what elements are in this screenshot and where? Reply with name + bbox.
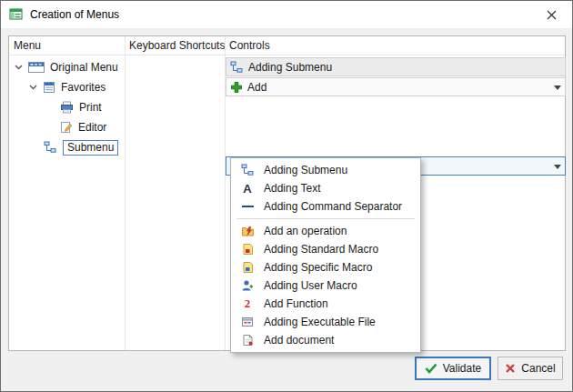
cross-icon xyxy=(505,363,516,374)
chevron-down-icon[interactable] xyxy=(29,85,37,90)
executable-file-icon xyxy=(236,316,258,328)
column-header-controls: Controls xyxy=(229,39,270,52)
menu-item-add-function[interactable]: 2 Add Function xyxy=(231,295,420,313)
tree-item-label-selected: Submenu xyxy=(63,140,118,156)
close-button[interactable] xyxy=(530,1,572,28)
menu-item-label: Adding User Macro xyxy=(264,279,357,292)
app-icon xyxy=(9,7,24,22)
column-header-keyboard-shortcuts: Keyboard Shortcuts xyxy=(129,39,225,52)
function-icon: 2 xyxy=(236,297,258,311)
menu-item-label: Add Function xyxy=(264,297,328,310)
editor-icon xyxy=(60,121,73,134)
operation-icon xyxy=(236,225,258,237)
separator-line-icon xyxy=(236,206,258,207)
validate-button[interactable]: Validate xyxy=(415,357,491,380)
dropdown-arrow-icon[interactable] xyxy=(554,165,561,169)
printer-icon xyxy=(60,101,74,114)
menu-item-label: Adding Executable File xyxy=(264,316,376,328)
plus-icon xyxy=(230,81,243,94)
title-bar: Creation of Menus xyxy=(1,1,572,28)
check-icon xyxy=(425,363,437,374)
add-dropdown-label: Add xyxy=(247,81,266,94)
tree-item-editor[interactable]: Editor xyxy=(60,118,106,136)
menu-item-label: Adding Text xyxy=(264,182,321,195)
header-divider xyxy=(9,55,565,55)
menu-item-adding-standard-macro[interactable]: Adding Standard Macro xyxy=(231,240,420,258)
menu-item-adding-executable-file[interactable]: Adding Executable File xyxy=(231,313,420,331)
menu-item-label: Adding Specific Macro xyxy=(264,261,372,274)
window-title: Creation of Menus xyxy=(30,8,119,21)
specific-macro-icon xyxy=(236,261,258,274)
menu-item-label: Add document xyxy=(264,334,334,347)
dialog-creation-of-menus: Creation of Menus Menu Keyboard Shortcut… xyxy=(0,0,573,392)
tree-item-label: Print xyxy=(79,101,102,114)
menu-item-adding-specific-macro[interactable]: Adding Specific Macro xyxy=(231,258,420,276)
standard-macro-icon xyxy=(236,243,258,256)
chevron-down-icon[interactable] xyxy=(15,65,23,70)
submenu-icon xyxy=(236,164,258,176)
menu-item-adding-submenu[interactable]: Adding Submenu xyxy=(231,161,420,179)
add-dropdown-open-menu: Adding Submenu A Adding Text Adding Comm… xyxy=(230,157,421,353)
close-icon xyxy=(547,10,557,20)
tree-item-original-menu[interactable]: Original Menu xyxy=(15,58,118,76)
menu-bar-icon xyxy=(28,61,45,74)
adding-submenu-button[interactable]: Adding Submenu xyxy=(226,57,566,76)
dropdown-arrow-icon[interactable] xyxy=(554,85,561,90)
tree-item-label: Favorites xyxy=(61,81,106,94)
user-macro-icon xyxy=(236,279,258,292)
tree-item-label: Editor xyxy=(78,121,106,134)
add-dropdown-favorites[interactable]: Add xyxy=(226,77,566,96)
menu-item-label: Adding Command Separator xyxy=(264,200,402,213)
adding-submenu-button-label: Adding Submenu xyxy=(248,61,332,74)
menu-separator xyxy=(236,218,415,219)
validate-button-label: Validate xyxy=(443,362,481,375)
tree-item-submenu[interactable]: Submenu xyxy=(44,138,118,156)
menu-item-adding-user-macro[interactable]: Adding User Macro xyxy=(231,276,420,295)
tree-item-favorites[interactable]: Favorites xyxy=(29,78,106,96)
cancel-button-label: Cancel xyxy=(521,362,555,375)
menu-item-label: Add an operation xyxy=(264,225,347,237)
submenu-icon xyxy=(44,141,57,154)
menu-item-label: Adding Standard Macro xyxy=(264,243,378,256)
cancel-button[interactable]: Cancel xyxy=(498,357,563,380)
menu-item-adding-text[interactable]: A Adding Text xyxy=(231,179,420,197)
submenu-icon xyxy=(230,61,244,74)
menu-item-label: Adding Submenu xyxy=(264,164,347,176)
column-header-menu: Menu xyxy=(14,39,41,52)
text-icon: A xyxy=(236,182,258,196)
menu-item-add-an-operation[interactable]: Add an operation xyxy=(231,222,420,240)
document-icon xyxy=(236,334,258,347)
tree-item-print[interactable]: Print xyxy=(60,98,102,116)
submenu-panel-icon xyxy=(43,81,55,94)
menu-item-add-document[interactable]: Add document xyxy=(231,331,420,349)
menu-item-adding-command-separator[interactable]: Adding Command Separator xyxy=(231,197,420,216)
column-divider xyxy=(125,36,126,350)
tree-item-label: Original Menu xyxy=(50,61,118,74)
